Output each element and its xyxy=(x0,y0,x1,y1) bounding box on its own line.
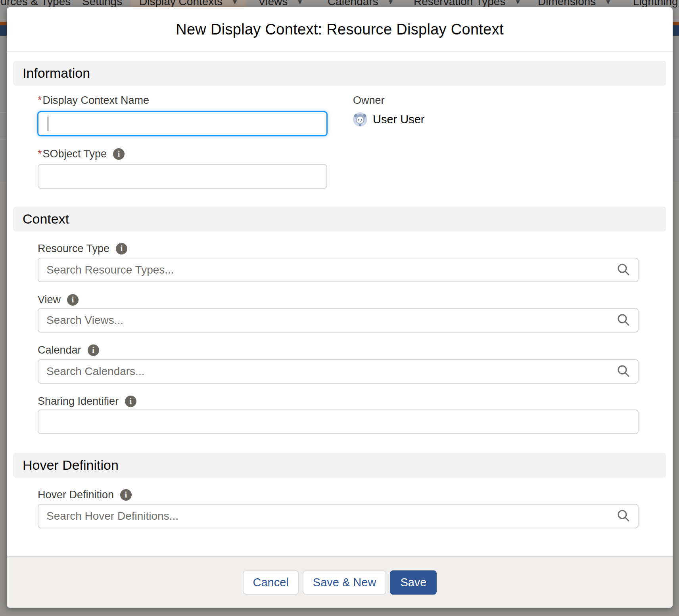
calendar-search-input[interactable] xyxy=(38,359,639,384)
label-text: Display Context Name xyxy=(43,94,150,106)
modal-header: New Display Context: Resource Display Co… xyxy=(7,7,673,52)
owner-value: User User xyxy=(373,113,425,126)
info-icon[interactable]: i xyxy=(120,489,132,501)
label-text: Resource Type xyxy=(38,243,109,255)
info-icon[interactable]: i xyxy=(67,294,79,306)
sobject-type-label: *SObject Type i xyxy=(38,148,639,160)
tab-label: Dimensions xyxy=(538,0,596,8)
info-icon[interactable]: i xyxy=(113,148,125,160)
calendar-label: Calendar i xyxy=(38,344,639,356)
owner-label: Owner xyxy=(353,94,425,106)
required-marker: * xyxy=(38,94,42,106)
tab-label: Calendars xyxy=(328,0,378,8)
text-caret xyxy=(48,117,48,131)
label-text: SObject Type xyxy=(43,148,107,160)
tab-label: Resources & Types xyxy=(0,0,71,8)
sharing-identifier-label: Sharing Identifier i xyxy=(38,395,639,407)
tab-label: Lightning xyxy=(633,0,678,8)
user-avatar xyxy=(353,112,367,126)
label-text: Sharing Identifier xyxy=(38,395,119,407)
modal-title: New Display Context: Resource Display Co… xyxy=(176,21,504,38)
resource-type-label: Resource Type i xyxy=(38,243,639,254)
sharing-identifier-input[interactable] xyxy=(38,409,639,434)
section-context: Context xyxy=(13,207,666,231)
owner-lockup: User User xyxy=(353,112,425,126)
search-icon[interactable] xyxy=(616,509,631,523)
required-marker: * xyxy=(38,148,42,160)
section-hover-definition: Hover Definition xyxy=(13,453,666,478)
cancel-button[interactable]: Cancel xyxy=(243,570,299,595)
display-context-name-field: *Display Context Name xyxy=(38,94,327,136)
display-context-name-input[interactable] xyxy=(38,111,327,136)
chevron-down-icon: ▾ xyxy=(298,0,302,6)
section-title: Information xyxy=(23,65,90,81)
search-icon[interactable] xyxy=(616,364,631,379)
tab-label: Settings xyxy=(82,0,122,8)
save-button[interactable]: Save xyxy=(390,570,437,595)
modal-body: Information *Display Context Name xyxy=(7,52,673,528)
save-and-new-button[interactable]: Save & New xyxy=(303,570,387,595)
label-text: Calendar xyxy=(38,344,81,356)
chevron-down-icon: ▾ xyxy=(233,0,237,6)
info-icon[interactable]: i xyxy=(125,396,136,407)
chevron-down-icon: ▾ xyxy=(516,0,520,6)
view-label: View i xyxy=(38,294,639,306)
hover-definition-search-input[interactable] xyxy=(38,504,639,528)
search-icon[interactable] xyxy=(616,313,631,327)
display-context-name-label: *Display Context Name xyxy=(38,94,327,106)
view-search-input[interactable] xyxy=(38,308,639,333)
chevron-down-icon: ▾ xyxy=(389,0,393,6)
resource-type-search-input[interactable] xyxy=(38,258,639,282)
info-icon[interactable]: i xyxy=(116,243,127,254)
section-title: Hover Definition xyxy=(23,457,119,473)
tab-label: Reservation Types xyxy=(414,0,505,8)
screen: Resources & Types Settings Display Conte… xyxy=(0,0,679,616)
label-text: Hover Definition xyxy=(38,489,114,501)
modal-footer: Cancel Save & New Save xyxy=(7,556,673,608)
section-information: Information xyxy=(13,61,666,86)
search-icon[interactable] xyxy=(616,263,631,277)
tab-label: Display Contexts xyxy=(139,0,222,8)
label-text: View xyxy=(38,294,61,306)
section-title: Context xyxy=(23,211,69,227)
owner-field: Owner xyxy=(353,94,425,126)
info-icon[interactable]: i xyxy=(88,344,99,356)
tab-label: Views xyxy=(258,0,288,8)
sobject-type-input[interactable] xyxy=(38,164,327,189)
new-display-context-modal: New Display Context: Resource Display Co… xyxy=(7,7,673,608)
chevron-down-icon: ▾ xyxy=(606,0,610,6)
label-text: Owner xyxy=(353,94,385,107)
hover-definition-label: Hover Definition i xyxy=(38,489,639,501)
